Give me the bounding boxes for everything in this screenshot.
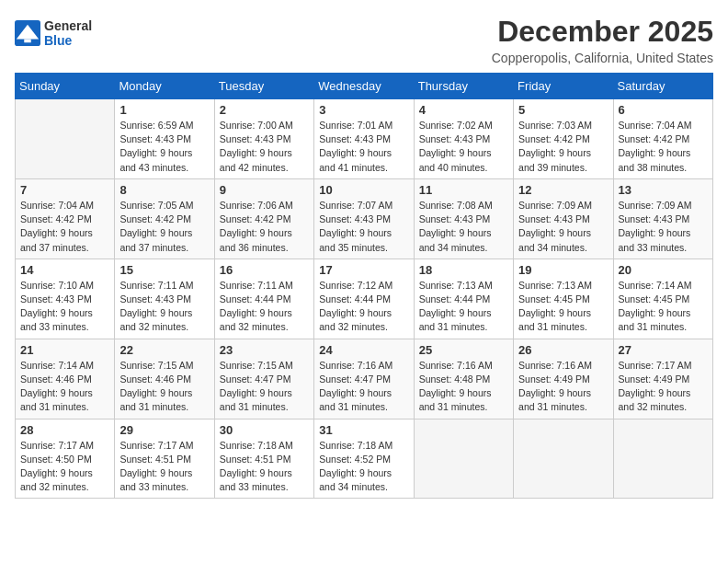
day-info: Sunrise: 7:05 AMSunset: 4:42 PMDaylight:…	[119, 199, 209, 255]
day-cell: 30Sunrise: 7:18 AMSunset: 4:51 PMDayligh…	[214, 419, 313, 499]
day-info: Sunrise: 7:16 AMSunset: 4:48 PMDaylight:…	[419, 359, 508, 415]
day-cell: 5Sunrise: 7:03 AMSunset: 4:42 PMDaylight…	[514, 99, 613, 179]
day-info: Sunrise: 7:00 AMSunset: 4:43 PMDaylight:…	[220, 119, 309, 175]
day-info: Sunrise: 7:03 AMSunset: 4:42 PMDaylight:…	[518, 119, 608, 175]
day-cell	[613, 419, 712, 499]
day-number: 5	[518, 103, 608, 117]
day-cell: 11Sunrise: 7:08 AMSunset: 4:43 PMDayligh…	[414, 178, 513, 259]
day-number: 6	[619, 103, 708, 117]
day-cell: 10Sunrise: 7:07 AMSunset: 4:43 PMDayligh…	[314, 178, 414, 259]
day-number: 15	[119, 263, 209, 277]
day-number: 4	[419, 103, 508, 117]
day-number: 17	[319, 263, 408, 277]
day-number: 16	[220, 263, 309, 277]
day-number: 30	[220, 423, 309, 437]
day-info: Sunrise: 7:14 AMSunset: 4:45 PMDaylight:…	[619, 279, 708, 335]
day-cell: 2Sunrise: 7:00 AMSunset: 4:43 PMDaylight…	[214, 99, 313, 179]
day-number: 9	[220, 183, 309, 197]
day-info: Sunrise: 7:12 AMSunset: 4:44 PMDaylight:…	[319, 279, 408, 335]
day-number: 12	[518, 183, 608, 197]
logo: General Blue	[15, 18, 92, 48]
day-number: 18	[419, 263, 508, 277]
day-number: 7	[20, 183, 109, 197]
day-cell: 6Sunrise: 7:04 AMSunset: 4:42 PMDaylight…	[613, 99, 712, 179]
day-cell: 8Sunrise: 7:05 AMSunset: 4:42 PMDaylight…	[115, 178, 214, 259]
weekday-header-wednesday: Wednesday	[314, 74, 414, 99]
week-row-4: 21Sunrise: 7:14 AMSunset: 4:46 PMDayligh…	[16, 339, 713, 419]
month-title: December 2025	[492, 15, 713, 49]
weekday-header-friday: Friday	[514, 74, 613, 99]
day-number: 13	[619, 183, 708, 197]
calendar-table: SundayMondayTuesdayWednesdayThursdayFrid…	[15, 73, 713, 499]
day-number: 14	[20, 263, 109, 277]
day-cell: 9Sunrise: 7:06 AMSunset: 4:42 PMDaylight…	[214, 178, 313, 259]
weekday-header-monday: Monday	[115, 74, 214, 99]
day-info: Sunrise: 7:01 AMSunset: 4:43 PMDaylight:…	[319, 119, 408, 175]
day-number: 19	[518, 263, 608, 277]
day-number: 8	[119, 183, 209, 197]
day-cell: 24Sunrise: 7:16 AMSunset: 4:47 PMDayligh…	[314, 339, 414, 419]
day-number: 2	[220, 103, 309, 117]
day-info: Sunrise: 7:15 AMSunset: 4:46 PMDaylight:…	[119, 359, 209, 415]
day-number: 1	[119, 103, 209, 117]
day-cell: 4Sunrise: 7:02 AMSunset: 4:43 PMDaylight…	[414, 99, 513, 179]
weekday-header-thursday: Thursday	[414, 74, 513, 99]
day-number: 28	[20, 423, 109, 437]
week-row-5: 28Sunrise: 7:17 AMSunset: 4:50 PMDayligh…	[16, 419, 713, 499]
day-cell	[16, 99, 115, 179]
day-cell: 22Sunrise: 7:15 AMSunset: 4:46 PMDayligh…	[115, 339, 214, 419]
day-info: Sunrise: 7:13 AMSunset: 4:45 PMDaylight:…	[518, 279, 608, 335]
day-info: Sunrise: 7:09 AMSunset: 4:43 PMDaylight:…	[518, 199, 608, 255]
day-cell: 14Sunrise: 7:10 AMSunset: 4:43 PMDayligh…	[16, 259, 115, 339]
day-number: 21	[20, 343, 109, 357]
day-info: Sunrise: 7:11 AMSunset: 4:44 PMDaylight:…	[220, 279, 309, 335]
day-info: Sunrise: 7:10 AMSunset: 4:43 PMDaylight:…	[20, 279, 109, 335]
day-cell: 16Sunrise: 7:11 AMSunset: 4:44 PMDayligh…	[214, 259, 313, 339]
logo-line2: Blue	[44, 33, 92, 48]
day-info: Sunrise: 6:59 AMSunset: 4:43 PMDaylight:…	[119, 119, 209, 175]
week-row-1: 1Sunrise: 6:59 AMSunset: 4:43 PMDaylight…	[16, 99, 713, 179]
day-cell: 31Sunrise: 7:18 AMSunset: 4:52 PMDayligh…	[314, 419, 414, 499]
day-cell: 28Sunrise: 7:17 AMSunset: 4:50 PMDayligh…	[16, 419, 115, 499]
day-cell: 21Sunrise: 7:14 AMSunset: 4:46 PMDayligh…	[16, 339, 115, 419]
day-info: Sunrise: 7:14 AMSunset: 4:46 PMDaylight:…	[20, 359, 109, 415]
day-info: Sunrise: 7:09 AMSunset: 4:43 PMDaylight:…	[619, 199, 708, 255]
day-cell: 20Sunrise: 7:14 AMSunset: 4:45 PMDayligh…	[613, 259, 712, 339]
day-cell: 12Sunrise: 7:09 AMSunset: 4:43 PMDayligh…	[514, 178, 613, 259]
day-info: Sunrise: 7:17 AMSunset: 4:50 PMDaylight:…	[20, 439, 109, 495]
day-info: Sunrise: 7:17 AMSunset: 4:49 PMDaylight:…	[619, 359, 708, 415]
day-cell: 18Sunrise: 7:13 AMSunset: 4:44 PMDayligh…	[414, 259, 513, 339]
logo-icon	[15, 20, 40, 46]
day-info: Sunrise: 7:16 AMSunset: 4:47 PMDaylight:…	[319, 359, 408, 415]
day-cell: 29Sunrise: 7:17 AMSunset: 4:51 PMDayligh…	[115, 419, 214, 499]
day-cell: 17Sunrise: 7:12 AMSunset: 4:44 PMDayligh…	[314, 259, 414, 339]
day-number: 25	[419, 343, 508, 357]
day-info: Sunrise: 7:17 AMSunset: 4:51 PMDaylight:…	[119, 439, 209, 495]
day-info: Sunrise: 7:16 AMSunset: 4:49 PMDaylight:…	[518, 359, 608, 415]
day-cell: 27Sunrise: 7:17 AMSunset: 4:49 PMDayligh…	[613, 339, 712, 419]
day-number: 10	[319, 183, 408, 197]
day-info: Sunrise: 7:02 AMSunset: 4:43 PMDaylight:…	[419, 119, 508, 175]
logo-line1: General	[44, 18, 92, 33]
day-cell: 15Sunrise: 7:11 AMSunset: 4:43 PMDayligh…	[115, 259, 214, 339]
day-info: Sunrise: 7:18 AMSunset: 4:51 PMDaylight:…	[220, 439, 309, 495]
day-info: Sunrise: 7:11 AMSunset: 4:43 PMDaylight:…	[119, 279, 209, 335]
day-number: 23	[220, 343, 309, 357]
weekday-header-tuesday: Tuesday	[214, 74, 313, 99]
location-title: Copperopolis, California, United States	[492, 51, 713, 65]
day-cell: 25Sunrise: 7:16 AMSunset: 4:48 PMDayligh…	[414, 339, 513, 419]
day-number: 24	[319, 343, 408, 357]
day-cell: 19Sunrise: 7:13 AMSunset: 4:45 PMDayligh…	[514, 259, 613, 339]
day-info: Sunrise: 7:04 AMSunset: 4:42 PMDaylight:…	[619, 119, 708, 175]
page-header: General Blue December 2025 Copperopolis,…	[15, 15, 713, 65]
day-info: Sunrise: 7:06 AMSunset: 4:42 PMDaylight:…	[220, 199, 309, 255]
weekday-header-sunday: Sunday	[16, 74, 115, 99]
day-info: Sunrise: 7:04 AMSunset: 4:42 PMDaylight:…	[20, 199, 109, 255]
day-info: Sunrise: 7:13 AMSunset: 4:44 PMDaylight:…	[419, 279, 508, 335]
day-info: Sunrise: 7:18 AMSunset: 4:52 PMDaylight:…	[319, 439, 408, 495]
day-cell: 7Sunrise: 7:04 AMSunset: 4:42 PMDaylight…	[16, 178, 115, 259]
svg-rect-2	[24, 40, 30, 43]
day-cell	[514, 419, 613, 499]
day-cell: 23Sunrise: 7:15 AMSunset: 4:47 PMDayligh…	[214, 339, 313, 419]
day-info: Sunrise: 7:15 AMSunset: 4:47 PMDaylight:…	[220, 359, 309, 415]
